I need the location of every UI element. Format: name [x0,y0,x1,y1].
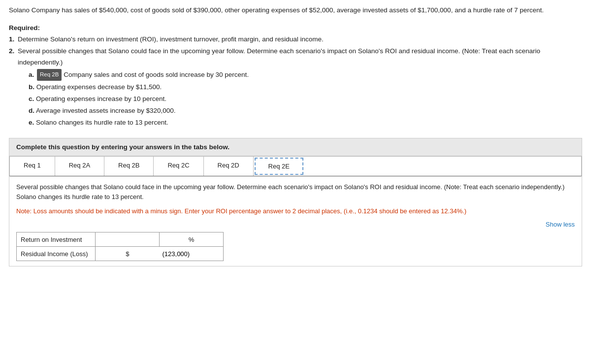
required-section: Required: 1. Determine Solano's return o… [9,23,582,129]
subitem-label-a: a. [29,71,34,79]
req-subitem-e: e. Solano changes its hurdle rate to 13 … [29,117,582,129]
subitem-label-c: c. [29,95,34,102]
req-text-1: Determine Solano's return on investment … [18,34,324,45]
tabs-row: Req 1 Req 2A Req 2B Req 2C Req 2D Req 2E [9,157,582,176]
subitem-text-a: Company sales and cost of goods sold inc… [64,71,249,79]
tab-req2c[interactable]: Req 2C [154,157,203,176]
subitem-text-d: Average invested assets increase by $320… [36,107,175,114]
req-subitem-b: b. Operating expenses decrease by $11,50… [29,82,582,93]
roi-label: Return on Investment [17,232,96,247]
subitem-text-b: Operating expenses decrease by $11,500. [36,83,162,91]
tab-req2e[interactable]: Req 2E [255,158,303,175]
banner-text: Complete this question by entering your … [16,143,230,151]
req-subitem-a: a. Req 2B Company sales and cost of good… [29,69,582,81]
tab-req2a[interactable]: Req 2A [55,157,104,176]
roi-unit: % [160,232,224,247]
complete-banner: Complete this question by entering your … [9,138,582,156]
tab-content-area: Several possible changes that Solano cou… [9,176,582,266]
tooltip-box: Req 2B [37,69,62,81]
table-row-roi: Return on Investment % [17,232,224,247]
roi-input-cell[interactable] [96,232,160,247]
tab-main-text: Several possible changes that Solano cou… [16,182,575,203]
req-subitem-d: d. Average invested assets increase by $… [29,105,582,117]
req-item-2: 2. Several possible changes that Solano … [9,46,582,129]
tab-note-text: Note: Loss amounts should be indicated w… [16,206,575,217]
residual-dollar-sign: $ [96,247,160,261]
tab-req1[interactable]: Req 1 [10,157,55,176]
residual-label: Residual Income (Loss) [17,247,96,261]
answer-table: Return on Investment % Residual Income (… [16,232,224,261]
residual-input-cell[interactable] [160,247,224,261]
roi-input[interactable] [96,232,159,246]
table-row-residual: Residual Income (Loss) $ [17,247,224,261]
intro-text: Solano Company has sales of $540,000, co… [9,5,582,16]
req-num-1: 1. [9,34,16,45]
subitem-label-e: e. [29,119,34,126]
tooltip-wrapper-a: Req 2B [36,71,64,79]
residual-input[interactable] [160,247,224,261]
req-num-2: 2. [9,46,16,57]
tabs-container: Req 1 Req 2A Req 2B Req 2C Req 2D Req 2E [9,156,582,176]
subitem-text-e: Solano changes its hurdle rate to 13 per… [36,119,168,126]
tab-req2b[interactable]: Req 2B [104,157,154,176]
tab-req2d[interactable]: Req 2D [204,157,254,176]
req-item-1: 1. Determine Solano's return on investme… [9,34,582,45]
req-subitem-c: c. Operating expenses increase by 10 per… [29,94,582,105]
show-less-link[interactable]: Show less [16,221,575,228]
required-label: Required: [9,24,40,32]
subitem-label-d: d. [29,107,34,114]
req-sublist: a. Req 2B Company sales and cost of good… [18,69,582,128]
subitem-text-c: Operating expenses increase by 10 percen… [36,95,166,102]
req-text-2: Several possible changes that Solano cou… [18,47,540,66]
subitem-label-b: b. [29,83,34,91]
